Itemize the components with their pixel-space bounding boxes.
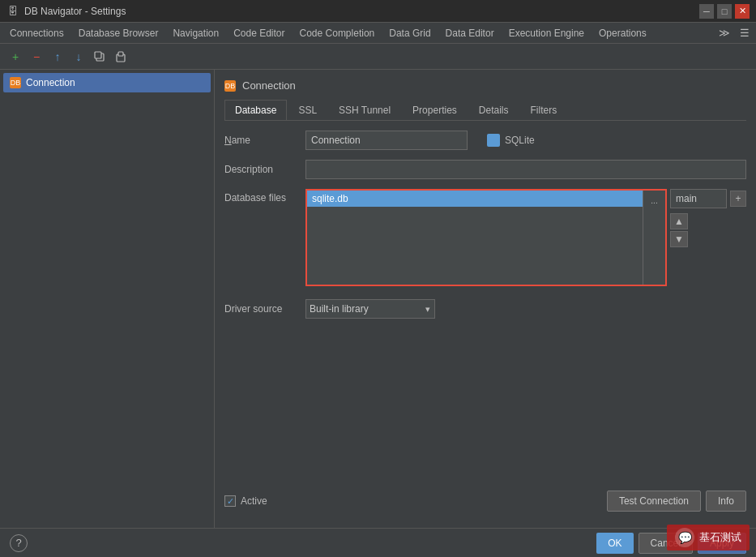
menu-icon[interactable]: ☰ <box>737 25 753 41</box>
menu-code-completion[interactable]: Code Completion <box>293 25 382 41</box>
schema-input-row: + <box>670 189 746 208</box>
name-row: Name SQLite <box>224 131 746 150</box>
tab-filters[interactable]: Filters <box>520 100 568 120</box>
browse-button[interactable]: ... <box>646 193 664 208</box>
menu-connections[interactable]: Connections <box>3 25 70 41</box>
copy-button[interactable] <box>91 48 109 66</box>
tab-properties[interactable]: Properties <box>402 100 468 120</box>
menu-data-grid[interactable]: Data Grid <box>382 25 437 41</box>
watermark-icon: 💬 <box>675 528 694 547</box>
sqlite-badge: SQLite <box>487 134 535 147</box>
add-connection-button[interactable]: + <box>6 48 24 66</box>
description-row: Description <box>224 160 746 179</box>
schema-input[interactable] <box>670 189 727 208</box>
window-title: DB Navigator - Settings <box>24 6 699 17</box>
menu-code-editor[interactable]: Code Editor <box>227 25 291 41</box>
svg-rect-1 <box>95 52 101 58</box>
test-connection-button[interactable]: Test Connection <box>607 491 701 512</box>
panel-icon: DB <box>224 80 236 92</box>
sqlite-icon <box>487 134 500 147</box>
driver-label: Driver source <box>224 303 305 315</box>
description-input[interactable] <box>305 160 746 179</box>
tree-item-label: Connection <box>26 77 75 88</box>
tab-database[interactable]: Database <box>224 100 287 120</box>
menu-database-browser[interactable]: Database Browser <box>72 25 165 41</box>
tab-ssh-tunnel[interactable]: SSH Tunnel <box>328 100 401 120</box>
window-controls: ─ □ ✕ <box>699 4 750 19</box>
svg-rect-3 <box>118 52 123 56</box>
scroll-up-button[interactable]: ▲ <box>670 213 688 229</box>
db-files-label: Database files <box>224 189 305 204</box>
tab-ssl[interactable]: SSL <box>288 100 327 120</box>
title-bar: 🗄 DB Navigator - Settings ─ □ ✕ <box>0 0 756 23</box>
paste-button[interactable] <box>112 48 130 66</box>
action-bar: ? OK Cancel Apply <box>0 528 756 557</box>
move-down-button[interactable]: ↓ <box>70 48 88 66</box>
name-input[interactable] <box>305 131 468 150</box>
tab-bar: Database SSL SSH Tunnel Properties Detai… <box>224 100 746 121</box>
driver-select-wrapper: Built-in library External library Maven <box>305 299 435 319</box>
menu-data-editor[interactable]: Data Editor <box>439 25 501 41</box>
panel-title: DB Connection <box>224 79 746 92</box>
app-icon: 🗄 <box>6 5 19 18</box>
left-panel: DB Connection <box>0 70 215 528</box>
connection-icon: DB <box>10 77 21 88</box>
schema-column: + ▲ ▼ <box>670 189 746 286</box>
active-label: Active <box>241 495 267 507</box>
active-checkbox-row: ✓ Active <box>224 491 602 512</box>
minimize-button[interactable]: ─ <box>699 4 714 19</box>
driver-select[interactable]: Built-in library External library Maven <box>305 299 435 319</box>
main-content: DB Connection DB Connection Database SSL… <box>0 70 756 528</box>
sqlite-label: SQLite <box>505 135 535 146</box>
test-connection-row: ✓ Active Test Connection Info <box>224 491 746 512</box>
checkbox-check: ✓ <box>227 496 234 507</box>
maximize-button[interactable]: □ <box>717 4 732 19</box>
tab-details[interactable]: Details <box>468 100 519 120</box>
form-content: Name SQLite Description Database files s… <box>224 131 746 319</box>
name-label: Name <box>224 135 305 146</box>
db-files-row: Database files sqlite.db ... + ▲ <box>224 189 746 286</box>
menu-execution-engine[interactable]: Execution Engine <box>502 25 591 41</box>
active-checkbox[interactable]: ✓ <box>224 495 236 507</box>
db-files-container: sqlite.db ... + ▲ ▼ <box>305 189 746 286</box>
info-button[interactable]: Info <box>706 491 746 512</box>
add-schema-button[interactable]: + <box>730 191 746 207</box>
menu-bar-right: ≫ ☰ <box>715 25 753 41</box>
driver-row: Driver source Built-in library External … <box>224 299 746 319</box>
overflow-icon[interactable]: ≫ <box>715 25 733 41</box>
tree-item-connection[interactable]: DB Connection <box>3 73 211 92</box>
ok-button[interactable]: OK <box>596 533 633 554</box>
close-button[interactable]: ✕ <box>735 4 750 19</box>
help-button[interactable]: ? <box>10 534 28 552</box>
scroll-down-button[interactable]: ▼ <box>670 231 688 247</box>
menu-navigation[interactable]: Navigation <box>166 25 225 41</box>
spacer <box>224 319 746 491</box>
db-file-item[interactable]: sqlite.db <box>307 191 665 207</box>
move-up-button[interactable]: ↑ <box>49 48 66 66</box>
panel-title-text: Connection <box>242 79 296 92</box>
description-label: Description <box>224 164 305 175</box>
right-panel: DB Connection Database SSL SSH Tunnel Pr… <box>215 70 756 528</box>
toolbar: + − ↑ ↓ <box>0 44 756 70</box>
db-files-list[interactable]: sqlite.db ... <box>305 189 667 286</box>
watermark: 💬 基石测试 <box>667 525 750 551</box>
menu-bar: Connections Database Browser Navigation … <box>0 23 756 44</box>
watermark-text: 基石测试 <box>699 530 741 545</box>
menu-operations[interactable]: Operations <box>592 25 653 41</box>
remove-button[interactable]: − <box>28 48 45 66</box>
